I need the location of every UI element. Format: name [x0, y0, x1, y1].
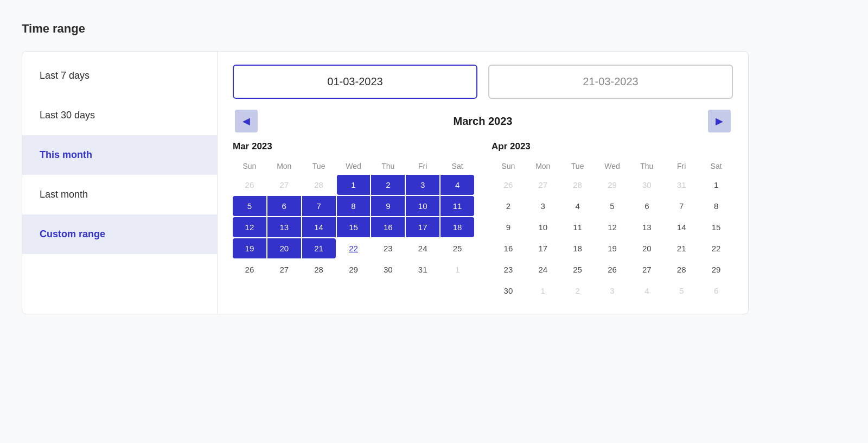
cal-cell[interactable]: 3 [596, 281, 629, 301]
cal-cell[interactable]: 12 [233, 217, 266, 237]
next-month-button[interactable]: ▶ [708, 110, 731, 132]
cal-cell[interactable]: 26 [596, 260, 629, 280]
cal-cell[interactable]: 15 [699, 217, 733, 237]
cal-cell[interactable]: 26 [233, 260, 266, 280]
cal-cell[interactable]: 26 [492, 175, 525, 195]
cal-cell[interactable]: 24 [406, 238, 439, 258]
sidebar-item-thismonth[interactable]: This month [22, 135, 217, 175]
cal-cell[interactable]: 29 [337, 260, 371, 280]
cal-header: Fri [665, 159, 698, 174]
cal-cell[interactable]: 28 [302, 260, 336, 280]
prev-month-button[interactable]: ◀ [235, 110, 258, 132]
cal-cell[interactable]: 16 [371, 217, 405, 237]
cal-cell[interactable]: 27 [526, 175, 560, 195]
cal-cell[interactable]: 14 [302, 217, 336, 237]
cal-cell[interactable]: 1 [441, 260, 474, 280]
cal-cell[interactable]: 25 [561, 260, 595, 280]
sidebar-item-custom[interactable]: Custom range [22, 214, 217, 254]
cal-header: Sat [441, 159, 474, 174]
cal-cell[interactable]: 5 [596, 196, 629, 216]
cal-cell[interactable]: 21 [665, 238, 698, 258]
page-title: Time range [22, 22, 846, 36]
cal-cell[interactable]: 4 [441, 175, 474, 195]
cal-cell[interactable]: 13 [267, 217, 301, 237]
cal-cell[interactable]: 17 [406, 217, 439, 237]
cal-cell[interactable]: 5 [233, 196, 266, 216]
cal-cell[interactable]: 28 [302, 175, 336, 195]
cal-cell[interactable]: 6 [267, 196, 301, 216]
cal-cell[interactable]: 2 [561, 281, 595, 301]
cal-header: Wed [337, 159, 371, 174]
cal-cell[interactable]: 3 [406, 175, 439, 195]
cal-cell[interactable]: 23 [492, 260, 525, 280]
cal-cell[interactable]: 20 [267, 238, 301, 258]
cal-cell[interactable]: 6 [630, 196, 663, 216]
cal-header: Wed [596, 159, 629, 174]
cal-cell[interactable]: 24 [526, 260, 560, 280]
cal-cell[interactable]: 15 [337, 217, 371, 237]
cal-cell[interactable]: 19 [233, 238, 266, 258]
cal-cell[interactable]: 12 [596, 217, 629, 237]
sidebar-item-lastmonth[interactable]: Last month [22, 175, 217, 214]
cal-header: Mon [267, 159, 301, 174]
date-inputs [233, 65, 733, 99]
cal-cell[interactable]: 9 [492, 217, 525, 237]
cal-header: Mon [526, 159, 560, 174]
cal-header: Thu [630, 159, 663, 174]
cal-cell[interactable]: 1 [699, 175, 733, 195]
sidebar-item-last7[interactable]: Last 7 days [22, 56, 217, 96]
cal-cell[interactable]: 8 [337, 196, 371, 216]
cal-cell[interactable]: 1 [337, 175, 371, 195]
cal-cell[interactable]: 1 [526, 281, 560, 301]
cal-cell[interactable]: 4 [561, 196, 595, 216]
cal-cell[interactable]: 27 [267, 260, 301, 280]
cal-cell[interactable]: 17 [526, 238, 560, 258]
cal-cell[interactable]: 27 [630, 260, 663, 280]
cal-cell[interactable]: 21 [302, 238, 336, 258]
cal-cell[interactable]: 30 [492, 281, 525, 301]
cal-cell[interactable]: 16 [492, 238, 525, 258]
sidebar-item-last30[interactable]: Last 30 days [22, 96, 217, 135]
cal-cell[interactable]: 10 [526, 217, 560, 237]
cal-cell[interactable]: 7 [302, 196, 336, 216]
cal-cell[interactable]: 28 [561, 175, 595, 195]
cal-cell[interactable]: 13 [630, 217, 663, 237]
cal-cell[interactable]: 11 [441, 196, 474, 216]
cal-cell[interactable]: 26 [233, 175, 266, 195]
cal-cell[interactable]: 31 [665, 175, 698, 195]
march-label: Mar 2023 [233, 141, 474, 152]
cal-cell[interactable]: 2 [492, 196, 525, 216]
cal-cell[interactable]: 2 [371, 175, 405, 195]
cal-cell[interactable]: 5 [665, 281, 698, 301]
cal-cell[interactable]: 20 [630, 238, 663, 258]
cal-cell[interactable]: 4 [630, 281, 663, 301]
april-grid: SunMonTueWedThuFriSat2627282930311234567… [492, 159, 733, 301]
start-date-input[interactable] [233, 65, 477, 99]
cal-cell[interactable]: 18 [441, 217, 474, 237]
cal-cell[interactable]: 9 [371, 196, 405, 216]
cal-cell[interactable]: 6 [699, 281, 733, 301]
march-grid: SunMonTueWedThuFriSat2627281234567891011… [233, 159, 474, 280]
cal-cell[interactable]: 29 [596, 175, 629, 195]
cal-cell[interactable]: 10 [406, 196, 439, 216]
cal-cell[interactable]: 22 [699, 238, 733, 258]
cal-header: Tue [561, 159, 595, 174]
cal-cell[interactable]: 19 [596, 238, 629, 258]
cal-cell[interactable]: 28 [665, 260, 698, 280]
end-date-input[interactable] [488, 65, 733, 99]
cal-cell[interactable]: 30 [630, 175, 663, 195]
cal-cell[interactable]: 30 [371, 260, 405, 280]
cal-cell[interactable]: 27 [267, 175, 301, 195]
cal-cell[interactable]: 3 [526, 196, 560, 216]
cal-cell[interactable]: 23 [371, 238, 405, 258]
cal-cell[interactable]: 7 [665, 196, 698, 216]
cal-cell[interactable]: 11 [561, 217, 595, 237]
cal-cell[interactable]: 29 [699, 260, 733, 280]
cal-cell[interactable]: 18 [561, 238, 595, 258]
calendar-panel: ◀ March 2023 ▶ Mar 2023 SunMonTueWedThuF… [218, 52, 748, 314]
cal-cell[interactable]: 8 [699, 196, 733, 216]
cal-cell[interactable]: 31 [406, 260, 439, 280]
cal-cell[interactable]: 25 [441, 238, 474, 258]
cal-cell[interactable]: 14 [665, 217, 698, 237]
cal-cell[interactable]: 22 [337, 238, 371, 258]
